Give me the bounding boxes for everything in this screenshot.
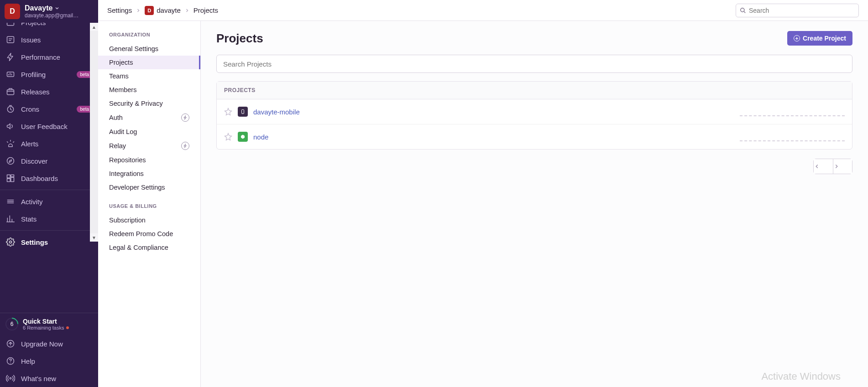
watermark-text: Activate Windows xyxy=(761,371,841,382)
footer-item-whatsnew[interactable]: What's new xyxy=(0,370,98,387)
settings-item-integrations[interactable]: Integrations xyxy=(98,167,200,181)
svg-point-14 xyxy=(741,8,744,11)
sidebar-item-label: Activity xyxy=(21,198,43,206)
project-link[interactable]: node xyxy=(253,133,268,141)
settings-item-repos[interactable]: Repositories xyxy=(98,153,200,167)
settings-item-legal[interactable]: Legal & Compliance xyxy=(98,241,200,254)
search-icon xyxy=(740,7,746,14)
footer-item-upgrade[interactable]: Upgrade Now xyxy=(0,335,98,352)
topbar: Settings D davayte Projects xyxy=(98,0,868,21)
sidebar-item-profiling[interactable]: Profilingbeta xyxy=(0,66,98,83)
settings-item-devsettings[interactable]: Developer Settings xyxy=(98,181,200,194)
page-prev-button[interactable] xyxy=(814,159,833,174)
sidebar-item-issues[interactable]: Issues xyxy=(0,31,98,48)
project-row: node xyxy=(217,124,852,149)
svg-rect-8 xyxy=(11,177,14,181)
project-search-input[interactable] xyxy=(216,55,852,73)
sidebar-item-userfeedback[interactable]: User Feedback xyxy=(0,118,98,135)
pagination xyxy=(813,159,852,174)
settings-item-teams[interactable]: Teams xyxy=(98,69,200,83)
settings-item-label: Subscription xyxy=(109,217,146,224)
nav-separator xyxy=(0,230,98,231)
org-info: Davayte davayte.app@gmail… xyxy=(25,4,78,19)
settings-item-label: Security & Privacy xyxy=(109,100,163,107)
settings-item-subscription[interactable]: Subscription xyxy=(98,213,200,227)
settings-item-security[interactable]: Security & Privacy xyxy=(98,97,200,110)
nav-separator xyxy=(0,190,98,190)
activity-icon xyxy=(5,196,16,206)
org-switcher[interactable]: D Davayte davayte.app@gmail… xyxy=(0,0,98,23)
profiling-icon xyxy=(5,69,16,79)
star-icon[interactable] xyxy=(224,133,232,141)
footer-item-label: Help xyxy=(21,357,35,365)
footer-item-help[interactable]: Help xyxy=(0,352,98,370)
clock-icon xyxy=(5,104,16,114)
svg-point-13 xyxy=(10,377,11,379)
quick-start[interactable]: 6 Quick Start 6 Remaining tasks xyxy=(0,313,98,335)
settings-item-members[interactable]: Members xyxy=(98,83,200,97)
svg-rect-6 xyxy=(7,175,10,178)
upgrade-icon xyxy=(5,339,16,349)
siren-icon xyxy=(5,139,16,149)
sidebar-left: D Davayte davayte.app@gmail… ProjectsIss… xyxy=(0,0,98,387)
settings-item-projects[interactable]: Projects xyxy=(98,56,200,69)
settings-group-organization: ORGANIZATION xyxy=(98,29,200,42)
settings-item-promo[interactable]: Redeem Promo Code xyxy=(98,227,200,241)
svg-rect-0 xyxy=(7,23,14,26)
sidebar-item-label: Projects xyxy=(21,23,46,26)
page-title: Projects xyxy=(216,31,263,46)
projects-pane: Projects + Create Project PROJECTS davay… xyxy=(201,21,868,387)
broadcast-icon xyxy=(5,373,16,383)
settings-nav: ORGANIZATION General SettingsProjectsTea… xyxy=(98,21,201,387)
settings-item-auth[interactable]: Auth xyxy=(98,110,200,125)
settings-item-label: General Settings xyxy=(109,45,158,52)
project-link[interactable]: davayte-mobile xyxy=(253,108,300,116)
project-sparkline xyxy=(740,107,845,116)
global-search[interactable] xyxy=(736,4,859,17)
settings-item-audit[interactable]: Audit Log xyxy=(98,125,200,139)
sidebar-item-alerts[interactable]: Alerts xyxy=(0,135,98,152)
sidebar-item-label: Profiling xyxy=(21,71,46,78)
sidebar-item-releases[interactable]: Releases xyxy=(0,83,98,100)
sidebar-item-stats[interactable]: Stats xyxy=(0,210,98,227)
breadcrumb-settings[interactable]: Settings xyxy=(107,6,132,14)
settings-item-relay[interactable]: Relay xyxy=(98,139,200,153)
sidebar-item-dashboards[interactable]: Dashboards xyxy=(0,170,98,187)
create-project-button[interactable]: + Create Project xyxy=(787,31,852,46)
scrollbar[interactable]: ▲ ▼ xyxy=(90,23,98,242)
sidebar-item-settings[interactable]: Settings xyxy=(0,233,98,251)
breadcrumb-org[interactable]: D davayte xyxy=(145,6,181,15)
sidebar-item-projects[interactable]: Projects xyxy=(0,23,98,31)
megaphone-icon xyxy=(5,121,16,131)
breadcrumb: Settings D davayte Projects xyxy=(107,6,218,15)
org-email: davayte.app@gmail… xyxy=(25,12,78,19)
sidebar-item-label: Dashboards xyxy=(21,175,58,182)
settings-item-label: Repositories xyxy=(109,156,146,164)
settings-item-general[interactable]: General Settings xyxy=(98,42,200,56)
sidebar-item-crons[interactable]: Cronsbeta xyxy=(0,100,98,118)
sidebar-item-label: Alerts xyxy=(21,140,38,148)
power-icon xyxy=(181,114,189,122)
org-name: Davayte xyxy=(25,4,52,12)
scroll-up-icon[interactable]: ▲ xyxy=(90,23,98,31)
project-platform-icon xyxy=(238,132,248,142)
global-search-input[interactable] xyxy=(749,7,855,14)
star-icon[interactable] xyxy=(224,108,232,116)
bolt-icon xyxy=(5,52,16,62)
sidebar-item-performance[interactable]: Performance xyxy=(0,48,98,66)
settings-item-label: Members xyxy=(109,86,136,93)
project-row: davayte-mobile xyxy=(217,99,852,124)
issues-icon xyxy=(5,35,16,45)
svg-point-5 xyxy=(7,158,14,165)
plus-circle-icon: + xyxy=(794,35,800,41)
settings-item-label: Integrations xyxy=(109,170,144,177)
sidebar-item-label: Issues xyxy=(21,36,41,44)
footer-nav: Upgrade NowHelpWhat's new xyxy=(0,335,98,387)
scroll-down-icon[interactable]: ▼ xyxy=(90,233,98,242)
sidebar-item-discover[interactable]: Discover xyxy=(0,152,98,170)
page-next-button[interactable] xyxy=(833,159,852,174)
projects-list-header: PROJECTS xyxy=(217,82,852,99)
stats-icon xyxy=(5,214,16,224)
sidebar-item-activity[interactable]: Activity xyxy=(0,193,98,210)
svg-point-10 xyxy=(10,241,12,243)
